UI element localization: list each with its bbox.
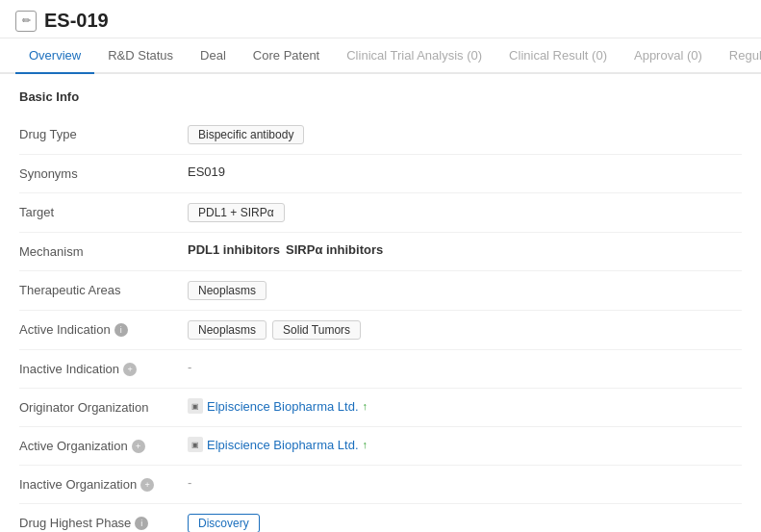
- active-org-arrow: ↑: [363, 439, 368, 450]
- inactive-indication-info-icon[interactable]: +: [123, 363, 137, 376]
- inactive-indication-value: -: [188, 360, 742, 374]
- synonyms-text: ES019: [188, 165, 225, 179]
- active-org-label: Active Organization +: [19, 437, 188, 453]
- drug-highest-phase-label: Drug Highest Phase i: [19, 514, 188, 530]
- drug-type-tag: Bispecific antibody: [188, 125, 304, 144]
- originator-org-arrow: ↑: [363, 400, 368, 412]
- main-content: Basic Info Drug Type Bispecific antibody…: [0, 74, 761, 532]
- inactive-org-label: Inactive Organization +: [19, 475, 188, 492]
- mechanism-tag-1: PDL1 inhibitors: [188, 242, 280, 257]
- page-header: ✏ ES-019: [0, 0, 761, 38]
- target-label: Target: [19, 203, 188, 219]
- active-indication-info-icon[interactable]: i: [114, 323, 128, 337]
- inactive-org-value: -: [188, 475, 742, 490]
- mechanism-value: PDL1 inhibitors SIRPα inhibitors: [188, 242, 742, 257]
- tab-regulation: Regulation (0): [716, 38, 761, 74]
- synonyms-value: ES019: [188, 165, 742, 179]
- active-org-item: ▣ Elpiscience Biopharma Ltd. ↑: [188, 437, 368, 452]
- drug-type-label: Drug Type: [19, 125, 188, 141]
- active-indication-tag-2: Solid Tumors: [272, 320, 361, 340]
- field-active-org: Active Organization + ▣ Elpiscience Biop…: [19, 427, 742, 466]
- active-org-value: ▣ Elpiscience Biopharma Ltd. ↑: [188, 437, 742, 452]
- tab-core-patent[interactable]: Core Patent: [240, 38, 333, 74]
- drug-highest-phase-value: Discovery: [188, 514, 742, 532]
- therapeutic-areas-label: Therapeutic Areas: [19, 281, 188, 297]
- field-active-indication: Active Indication i Neoplasms Solid Tumo…: [19, 311, 742, 350]
- tab-rd-status[interactable]: R&D Status: [94, 38, 187, 74]
- active-org-name[interactable]: Elpiscience Biopharma Ltd.: [207, 438, 359, 452]
- active-indication-value: Neoplasms Solid Tumors: [188, 320, 742, 340]
- inactive-org-dash: -: [188, 475, 191, 490]
- inactive-indication-label: Inactive Indication +: [19, 360, 188, 376]
- page-title: ES-019: [44, 10, 109, 32]
- active-indication-tag-1: Neoplasms: [188, 320, 266, 340]
- field-drug-highest-phase: Drug Highest Phase i Discovery: [19, 504, 742, 532]
- therapeutic-areas-value: Neoplasms: [188, 281, 742, 300]
- drug-highest-phase-info-icon[interactable]: i: [135, 517, 148, 530]
- nav-tabs: Overview R&D Status Deal Core Patent Cli…: [0, 38, 761, 74]
- target-tag: PDL1 + SIRPα: [188, 203, 285, 222]
- tab-approval: Approval (0): [621, 38, 716, 74]
- inactive-indication-dash: -: [188, 360, 191, 374]
- originator-org-logo: ▣: [188, 398, 203, 414]
- tab-deal[interactable]: Deal: [187, 38, 240, 74]
- originator-org-value: ▣ Elpiscience Biopharma Ltd. ↑: [188, 398, 742, 414]
- target-value: PDL1 + SIRPα: [188, 203, 742, 222]
- drug-highest-phase-tag: Discovery: [188, 514, 260, 532]
- tab-clinical-trial: Clinical Trial Analysis (0): [333, 38, 495, 74]
- tab-clinical-result: Clinical Result (0): [495, 38, 621, 74]
- section-basic-info: Basic Info: [19, 89, 742, 104]
- originator-org-item: ▣ Elpiscience Biopharma Ltd. ↑: [188, 398, 368, 414]
- therapeutic-area-tag-1: Neoplasms: [188, 281, 266, 300]
- originator-org-name[interactable]: Elpiscience Biopharma Ltd.: [207, 399, 359, 414]
- originator-org-label: Originator Organization: [19, 398, 188, 415]
- field-inactive-indication: Inactive Indication + -: [19, 350, 742, 389]
- field-target: Target PDL1 + SIRPα: [19, 193, 742, 233]
- active-indication-label: Active Indication i: [19, 320, 188, 337]
- mechanism-label: Mechanism: [19, 242, 188, 259]
- field-therapeutic-areas: Therapeutic Areas Neoplasms: [19, 271, 742, 311]
- active-org-logo: ▣: [188, 437, 203, 452]
- field-inactive-org: Inactive Organization + -: [19, 466, 742, 504]
- inactive-org-info-icon[interactable]: +: [140, 478, 154, 492]
- field-drug-type: Drug Type Bispecific antibody: [19, 115, 742, 155]
- field-synonyms: Synonyms ES019: [19, 155, 742, 193]
- active-org-info-icon[interactable]: +: [132, 440, 145, 453]
- drug-type-value: Bispecific antibody: [188, 125, 742, 144]
- field-originator-org: Originator Organization ▣ Elpiscience Bi…: [19, 389, 742, 427]
- mechanism-tag-2: SIRPα inhibitors: [286, 242, 383, 257]
- tab-overview[interactable]: Overview: [15, 38, 94, 74]
- synonyms-label: Synonyms: [19, 165, 188, 181]
- edit-icon[interactable]: ✏: [15, 11, 37, 32]
- field-mechanism: Mechanism PDL1 inhibitors SIRPα inhibito…: [19, 233, 742, 271]
